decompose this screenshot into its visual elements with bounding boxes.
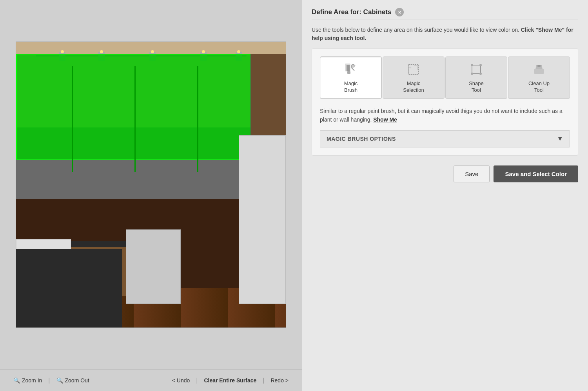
zoom-in-icon: 🔍	[13, 377, 20, 384]
dropdown-arrow-icon: ▼	[557, 135, 563, 142]
svg-point-8	[479, 73, 482, 75]
tools-box: MagicBrush MagicSelection	[312, 48, 578, 156]
right-panel: Define Area for: Cabinets × Use the tool…	[302, 0, 588, 391]
instructions-before: Use the tools below to define any area o…	[312, 27, 521, 33]
clean-up-tool-label: Clean UpTool	[528, 80, 550, 94]
save-button[interactable]: Save	[454, 165, 490, 182]
shape-tool-icon	[468, 62, 484, 77]
dishwasher	[126, 229, 181, 304]
svg-rect-9	[534, 69, 544, 74]
refrigerator	[239, 135, 286, 304]
svg-rect-1	[347, 71, 350, 74]
close-button[interactable]: ×	[395, 8, 404, 16]
panel-title: Define Area for: Cabinets	[312, 8, 391, 16]
kitchen-island-top	[16, 249, 122, 327]
image-area	[0, 0, 302, 369]
bottom-toolbar: 🔍 Zoom In | 🔍 Zoom Out < Undo | Clear En…	[0, 369, 302, 391]
redo-button[interactable]: Redo >	[265, 374, 294, 387]
clean-up-tool-button[interactable]: Clean UpTool	[508, 56, 570, 99]
magic-selection-button[interactable]: MagicSelection	[383, 56, 445, 99]
instructions-text: Use the tools below to define any area o…	[312, 26, 578, 42]
main-container: 🔍 Zoom In | 🔍 Zoom Out < Undo | Clear En…	[0, 0, 588, 391]
tools-grid: MagicBrush MagicSelection	[320, 56, 570, 99]
save-label: Save	[465, 171, 478, 177]
tool-description: Similar to a regular paint brush, but it…	[320, 107, 570, 124]
svg-point-5	[471, 64, 473, 66]
svg-point-7	[471, 73, 473, 75]
options-label: MAGIC BRUSH OPTIONS	[327, 136, 396, 142]
undo-label: < Undo	[172, 377, 190, 384]
cabinet-divider-1	[72, 66, 73, 172]
separator-1: |	[48, 377, 50, 384]
svg-rect-10	[537, 65, 541, 67]
svg-rect-4	[472, 65, 481, 74]
left-panel: 🔍 Zoom In | 🔍 Zoom Out < Undo | Clear En…	[0, 0, 302, 391]
svg-point-6	[479, 64, 482, 66]
panel-header: Define Area for: Cabinets ×	[312, 8, 578, 20]
magic-brush-options-dropdown[interactable]: MAGIC BRUSH OPTIONS ▼	[320, 130, 570, 147]
redo-label: Redo >	[270, 377, 289, 384]
action-buttons: Save Save and Select Color	[312, 165, 578, 182]
separator-2: |	[196, 377, 198, 384]
upper-cabinets-green	[16, 54, 262, 160]
magic-brush-icon	[343, 62, 359, 77]
clear-surface-button[interactable]: Clear Entire Surface	[198, 374, 262, 387]
zoom-out-icon: 🔍	[56, 377, 63, 384]
zoom-in-label: Zoom In	[22, 377, 42, 384]
zoom-out-label: Zoom Out	[65, 377, 89, 384]
cabinet-divider-2	[134, 66, 136, 172]
magic-selection-icon	[406, 62, 421, 77]
clean-up-tool-icon	[531, 62, 547, 77]
zoom-out-button[interactable]: 🔍 Zoom Out	[51, 374, 95, 387]
zoom-in-button[interactable]: 🔍 Zoom In	[8, 374, 47, 387]
magic-selection-label: MagicSelection	[403, 80, 424, 94]
tool-description-text: Similar to a regular paint brush, but it…	[320, 108, 563, 123]
magic-brush-label: MagicBrush	[344, 80, 358, 94]
save-and-select-color-button[interactable]: Save and Select Color	[494, 165, 578, 182]
show-me-link[interactable]: Show Me	[373, 116, 397, 123]
separator-3: |	[263, 377, 264, 384]
magic-brush-button[interactable]: MagicBrush	[320, 56, 382, 99]
save-select-label: Save and Select Color	[505, 171, 567, 177]
undo-button[interactable]: < Undo	[167, 374, 196, 387]
cabinet-divider-3	[197, 66, 198, 172]
shape-tool-label: ShapeTool	[469, 80, 484, 94]
shape-tool-button[interactable]: ShapeTool	[445, 56, 507, 99]
kitchen-image	[16, 42, 286, 328]
clear-surface-label: Clear Entire Surface	[204, 377, 256, 384]
